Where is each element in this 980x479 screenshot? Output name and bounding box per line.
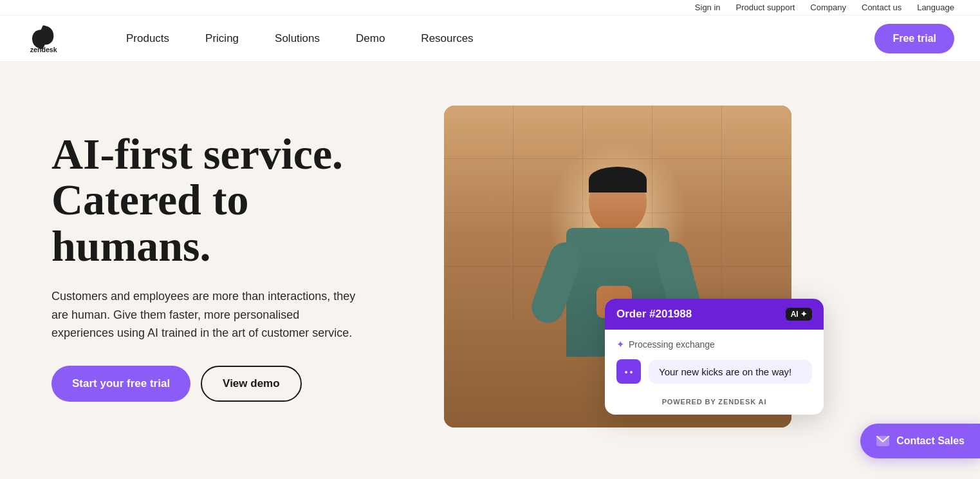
mail-icon — [876, 434, 890, 448]
sign-in-link[interactable]: Sign in — [695, 3, 721, 12]
product-support-link[interactable]: Product support — [736, 3, 795, 12]
avatar-dot: • • — [616, 359, 641, 384]
sparkle-icon: ✦ — [616, 339, 625, 350]
language-link[interactable]: Language — [917, 3, 954, 12]
ai-card-header: Order #201988 AI ✦ — [605, 299, 824, 330]
logo[interactable]: zendesk — [26, 21, 77, 56]
hero-visual: Order #201988 AI ✦ ✦ Processing exchange… — [425, 106, 811, 427]
contact-sales-label: Contact Sales — [896, 435, 965, 447]
contact-us-link[interactable]: Contact us — [862, 3, 901, 12]
nav-cta-area: Free trial — [874, 24, 954, 53]
company-link[interactable]: Company — [810, 3, 846, 12]
hero-section: AI-first service. Catered to humans. Cus… — [0, 62, 980, 471]
nav-links: Products Pricing Solutions Demo Resource… — [108, 15, 874, 62]
ai-badge: AI ✦ — [786, 308, 812, 321]
main-nav: zendesk Products Pricing Solutions Demo … — [0, 15, 980, 62]
utility-bar: Sign in Product support Company Contact … — [0, 0, 980, 15]
ai-overlay-card: Order #201988 AI ✦ ✦ Processing exchange… — [605, 299, 824, 415]
view-demo-button[interactable]: View demo — [201, 366, 302, 402]
contact-sales-fab[interactable]: Contact Sales — [860, 424, 980, 458]
nav-demo[interactable]: Demo — [338, 15, 403, 62]
hero-buttons: Start your free trial View demo — [51, 366, 386, 402]
message-bubble: Your new kicks are on the way! — [649, 360, 812, 384]
nav-resources[interactable]: Resources — [403, 15, 491, 62]
processing-row: ✦ Processing exchange — [616, 339, 812, 350]
start-free-trial-button[interactable]: Start your free trial — [51, 366, 190, 402]
nav-products[interactable]: Products — [108, 15, 187, 62]
hero-title: AI-first service. Catered to humans. — [51, 131, 386, 269]
powered-by-label: POWERED BY ZENDESK AI — [605, 393, 824, 415]
svg-text:zendesk: zendesk — [30, 46, 57, 54]
message-row: • • Your new kicks are on the way! — [616, 359, 812, 384]
nav-pricing[interactable]: Pricing — [187, 15, 257, 62]
hero-description: Customers and employees are more than in… — [51, 287, 360, 343]
free-trial-button[interactable]: Free trial — [874, 24, 954, 53]
processing-label: Processing exchange — [629, 339, 715, 350]
nav-solutions[interactable]: Solutions — [257, 15, 338, 62]
order-label: Order #201988 — [616, 308, 692, 321]
hero-content: AI-first service. Catered to humans. Cus… — [51, 131, 386, 402]
ai-card-body: ✦ Processing exchange • • Your new kicks… — [605, 330, 824, 393]
